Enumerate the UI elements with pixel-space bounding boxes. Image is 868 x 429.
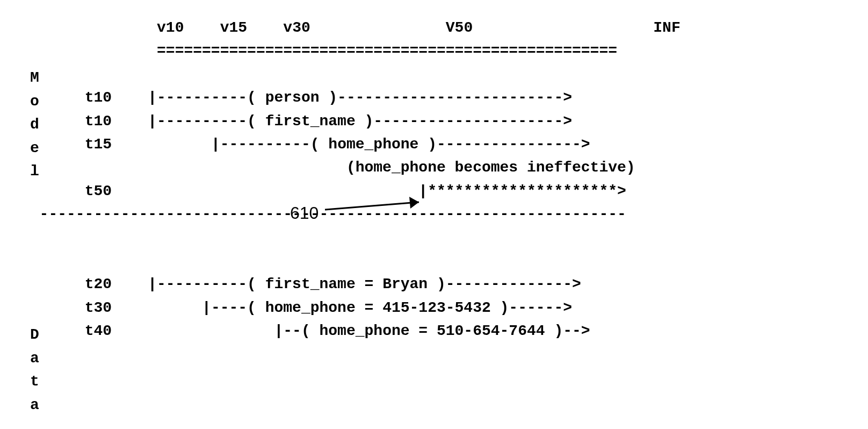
axis-bar: ========================================… [157,42,617,59]
diagram-canvas: M o d e l D a t a v10 v15 v30 V50 INF ==… [0,0,868,429]
blank-line-3 [21,249,847,273]
axis-inf: INF [653,19,680,36]
section-divider: ----------------------------------------… [21,203,847,226]
mid-bar: ----------------------------------------… [40,206,626,223]
model-row-t10-person: t10 |----------( person )---------------… [21,86,847,109]
timeline-span: |*********************> [418,183,626,199]
timeline-span: |----------( first_name = Bryan )-------… [148,276,581,292]
axis-divider: ========================================… [21,39,847,62]
timeline-span: |----( home_phone = 415-123-5432 )------… [202,299,572,316]
axis-v30: v30 [283,19,310,36]
data-row-t20: t20 |----------( first_name = Bryan )---… [21,273,847,296]
callout-610: 610 [290,200,319,227]
t-label: t10 [85,89,112,106]
model-row-t10-firstname: t10 |----------( first_name )-----------… [21,110,847,133]
data-row-t30: t30 |----( home_phone = 415-123-5432 )--… [21,296,847,319]
t-label: t10 [85,113,112,130]
timeline-span: |----------( home_phone )---------------… [211,136,590,153]
axis-v10: v10 [157,19,184,36]
t-label: t40 [85,323,112,339]
t-label: t20 [85,276,112,292]
t-label: t15 [85,136,112,153]
model-row-t50: t50 |*********************> [21,180,847,203]
ineffective-note: (home_phone becomes ineffective) [346,159,635,176]
ineffective-note-line: (home_phone becomes ineffective) [21,156,847,179]
data-row-t40: t40 |--( home_phone = 510-654-7644 )--> [21,319,847,342]
model-row-t15-homephone: t15 |----------( home_phone )-----------… [21,133,847,156]
blank-line-2 [21,226,847,249]
axis-header: v10 v15 v30 V50 INF [21,16,847,39]
timeline-span: |--( home_phone = 510-654-7644 )--> [274,323,590,339]
timeline-span: |----------( person )-------------------… [148,89,572,106]
axis-v15: v15 [220,19,247,36]
section-label-model: M o d e l [30,43,39,183]
section-label-data: D a t a [30,300,39,417]
t-label: t50 [85,183,112,199]
timeline-span: |----------( first_name )---------------… [148,113,572,130]
axis-v50: V50 [446,19,473,36]
t-label: t30 [85,299,112,316]
blank-line-1 [21,63,847,86]
